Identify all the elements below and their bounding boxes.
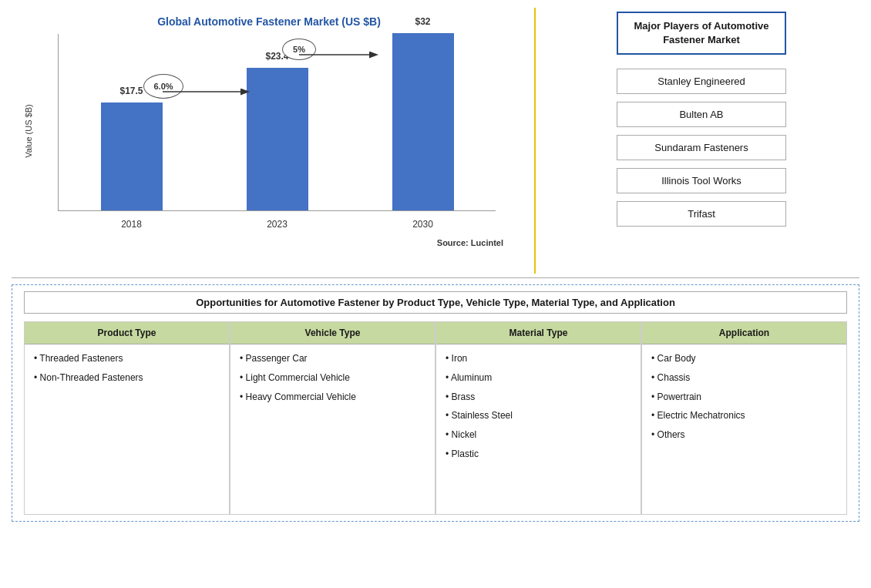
- bar-2030: $32: [392, 33, 454, 210]
- body-product-type: Threaded Fasteners Non-Threaded Fastener…: [25, 344, 229, 514]
- bar-group-2030: $32 2030: [392, 33, 454, 210]
- item-passenger-car: Passenger Car: [240, 352, 425, 365]
- item-stainless: Stainless Steel: [446, 409, 631, 422]
- header-material-type: Material Type: [436, 322, 641, 344]
- item-threaded: Threaded Fasteners: [34, 352, 220, 365]
- player-stanley: Stanley Engineered: [617, 69, 786, 94]
- item-aluminum: Aluminum: [446, 371, 631, 385]
- chart-container: Value (US $B) $17.5 2018 $23.4 2023: [19, 34, 519, 234]
- item-brass: Brass: [446, 391, 631, 404]
- source-text: Source: Lucintel: [19, 234, 519, 247]
- item-car-body: Car Body: [651, 352, 837, 365]
- growth-arrow-1: [163, 86, 255, 98]
- player-illinois: Illinois Tool Works: [617, 168, 786, 193]
- category-product-type: Product Type Threaded Fasteners Non-Thre…: [24, 321, 230, 515]
- bar-group-2018: $17.5 2018: [101, 102, 163, 210]
- bar-label-2030: 2030: [412, 219, 433, 230]
- opportunities-title: Opportunities for Automotive Fastener by…: [24, 291, 847, 314]
- player-trifast: Trifast: [617, 201, 786, 227]
- chart-area: Global Automotive Fastener Market (US $B…: [12, 8, 536, 274]
- item-powertrain: Powertrain: [651, 391, 837, 404]
- bar-label-2023: 2023: [267, 219, 288, 230]
- item-non-threaded: Non-Threaded Fasteners: [34, 371, 220, 385]
- bar-value-2018: $17.5: [119, 86, 143, 96]
- chart-title: Global Automotive Fastener Market (US $B…: [19, 15, 519, 28]
- category-application: Application Car Body Chassis Powertrain …: [641, 321, 847, 515]
- right-panel: Major Players of Automotive Fastener Mar…: [543, 8, 859, 274]
- item-light-commercial: Light Commercial Vehicle: [240, 371, 425, 385]
- y-axis-label: Value (US $B): [24, 104, 33, 158]
- item-nickel: Nickel: [446, 428, 631, 442]
- item-plastic: Plastic: [446, 448, 631, 461]
- category-vehicle-type: Vehicle Type Passenger Car Light Commerc…: [230, 321, 436, 515]
- item-electric-mech: Electric Mechatronics: [651, 409, 837, 422]
- bar-value-2030: $32: [415, 16, 430, 27]
- item-others: Others: [651, 428, 837, 442]
- bars-area: $17.5 2018 $23.4 2023 $32 2030: [58, 34, 496, 211]
- growth-arrow-2: [299, 49, 392, 61]
- body-application: Car Body Chassis Powertrain Electric Mec…: [642, 344, 846, 514]
- header-product-type: Product Type: [25, 322, 229, 344]
- item-heavy-commercial: Heavy Commercial Vehicle: [240, 391, 425, 404]
- bar-group-2023: $23.4 2023: [247, 68, 308, 210]
- categories-row: Product Type Threaded Fasteners Non-Thre…: [24, 321, 847, 515]
- bottom-section: Opportunities for Automotive Fastener by…: [12, 284, 859, 522]
- header-vehicle-type: Vehicle Type: [230, 322, 435, 344]
- header-application: Application: [642, 322, 846, 344]
- major-players-title: Major Players of Automotive Fastener Mar…: [617, 12, 786, 55]
- body-material-type: Iron Aluminum Brass Stainless Steel Nick…: [436, 344, 641, 514]
- player-sundaram: Sundaram Fasteners: [617, 135, 786, 160]
- category-material-type: Material Type Iron Aluminum Brass Stainl…: [436, 321, 641, 515]
- player-bulten: Bulten AB: [617, 102, 786, 127]
- body-vehicle-type: Passenger Car Light Commercial Vehicle H…: [230, 344, 435, 514]
- item-chassis: Chassis: [651, 371, 837, 385]
- item-iron: Iron: [446, 352, 631, 365]
- bar-2023: $23.4: [247, 68, 308, 210]
- bar-label-2018: 2018: [121, 219, 142, 230]
- bar-2018: $17.5: [101, 102, 163, 210]
